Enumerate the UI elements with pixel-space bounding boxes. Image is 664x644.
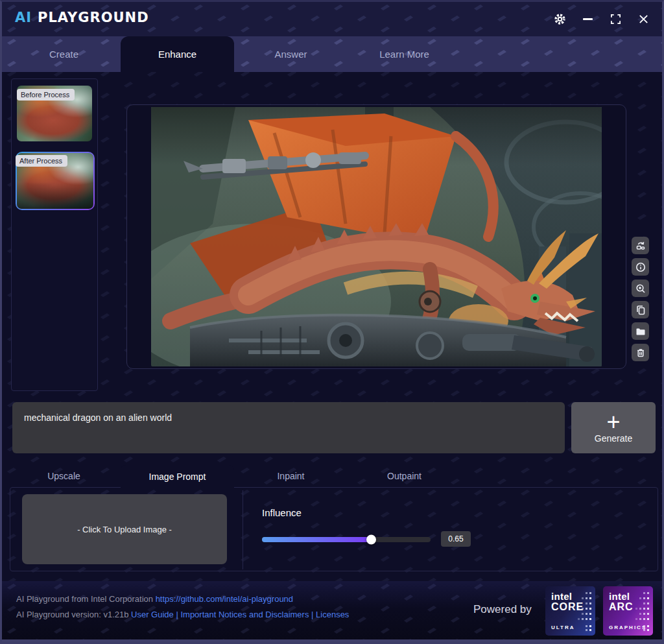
dot-matrix-decoration xyxy=(635,591,650,631)
compare-icon xyxy=(635,241,646,251)
app-logo-ai: AI xyxy=(15,10,32,25)
dot-matrix-decoration xyxy=(578,591,592,631)
maximize-icon xyxy=(610,14,621,25)
panel-divider xyxy=(243,490,243,569)
enhance-mode-tabs: Upscale Image Prompt Inpaint Outpaint xyxy=(7,465,461,487)
window-bottom-edge xyxy=(2,639,662,642)
app-logo: AIPLAYGROUND xyxy=(15,10,149,25)
tab-upscale[interactable]: Upscale xyxy=(7,465,121,487)
zoom-in-button[interactable] xyxy=(632,280,649,297)
tab-outpaint[interactable]: Outpaint xyxy=(348,465,461,487)
tab-image-prompt[interactable]: Image Prompt xyxy=(121,465,234,488)
powered-by-text: Powered by xyxy=(473,603,532,616)
settings-button[interactable] xyxy=(550,10,569,29)
link-separator: | xyxy=(311,610,313,619)
close-icon xyxy=(638,14,649,25)
maximize-button[interactable] xyxy=(606,10,625,29)
zoom-in-icon xyxy=(635,283,646,294)
upload-image-label: - Click To Upload Image - xyxy=(77,525,172,534)
before-process-thumbnail[interactable]: Before Process xyxy=(17,86,92,141)
influence-slider-thumb[interactable] xyxy=(366,535,376,545)
tab-answer[interactable]: Answer xyxy=(234,36,348,72)
enhanced-image xyxy=(151,107,602,366)
upload-image-button[interactable]: - Click To Upload Image - xyxy=(22,494,227,564)
image-viewer-panel xyxy=(126,104,626,369)
title-bar: AIPLAYGROUND xyxy=(2,2,662,36)
main-tabs: Create Enhance Answer Learn More xyxy=(7,36,461,72)
plus-icon: + xyxy=(606,412,620,433)
info-icon xyxy=(635,262,646,272)
copy-button[interactable] xyxy=(632,301,649,318)
footer-source-text: AI Playground from Intel Corporation xyxy=(16,594,153,604)
info-button[interactable] xyxy=(632,258,649,276)
minimize-icon xyxy=(583,18,593,19)
intel-arc-graphics-badge: intel ARC GRAPHICS xyxy=(603,586,653,636)
influence-slider[interactable] xyxy=(262,537,431,542)
app-logo-text: PLAYGROUND xyxy=(38,10,149,25)
after-process-thumbnail[interactable]: After Process xyxy=(16,152,95,210)
influence-slider-fill xyxy=(262,537,372,542)
close-button[interactable] xyxy=(634,10,653,29)
window-controls xyxy=(550,2,653,36)
compare-button[interactable] xyxy=(632,237,649,254)
tab-create[interactable]: Create xyxy=(7,36,121,72)
influence-value-badge: 0.65 xyxy=(441,531,471,547)
mechanical-dragon-artwork xyxy=(151,107,602,366)
tab-enhance[interactable]: Enhance xyxy=(121,36,234,72)
tab-learn-more[interactable]: Learn More xyxy=(348,36,461,72)
image-prompt-panel: - Click To Upload Image - Influence 0.65 xyxy=(10,487,658,571)
open-folder-button[interactable] xyxy=(632,322,649,340)
tab-inpaint[interactable]: Inpaint xyxy=(234,465,348,487)
intel-core-ultra-badge: intel CORE ULTRA xyxy=(545,586,595,636)
footer: AI Playground from Intel Corporation htt… xyxy=(2,581,662,642)
open-folder-icon xyxy=(635,326,646,337)
licenses-link[interactable]: Licenses xyxy=(316,610,349,619)
notices-link[interactable]: Important Notices and Disclaimers xyxy=(180,610,309,619)
footer-line-1: AI Playground from Intel Corporation htt… xyxy=(16,594,293,604)
delete-button[interactable] xyxy=(632,344,649,361)
main-tab-bar: Create Enhance Answer Learn More xyxy=(2,36,662,72)
prompt-input[interactable]: mechanical dragon on an alien world xyxy=(12,402,565,453)
github-link[interactable]: https://github.com/intel/ai-playground xyxy=(156,594,293,604)
generate-label: Generate xyxy=(595,433,632,444)
generate-button[interactable]: + Generate xyxy=(571,402,656,453)
history-sidebar: Before Process After Process xyxy=(11,78,98,391)
gear-icon xyxy=(554,13,566,25)
minimize-button[interactable] xyxy=(578,10,597,29)
user-guide-link[interactable]: User Guide xyxy=(131,610,174,619)
app-window: AIPLAYGROUND xyxy=(0,0,664,644)
influence-label: Influence xyxy=(262,507,302,518)
viewer-toolbar xyxy=(632,237,649,361)
footer-version-text: AI Playground version: v1.21b xyxy=(16,610,128,619)
copy-icon xyxy=(635,305,646,315)
before-process-label: Before Process xyxy=(17,89,75,101)
footer-line-2: AI Playground version: v1.21b User Guide… xyxy=(16,610,349,619)
link-separator: | xyxy=(176,610,178,619)
delete-icon xyxy=(635,348,646,358)
after-process-label: After Process xyxy=(16,155,67,167)
ultra-tier-text: ULTRA xyxy=(551,625,575,630)
